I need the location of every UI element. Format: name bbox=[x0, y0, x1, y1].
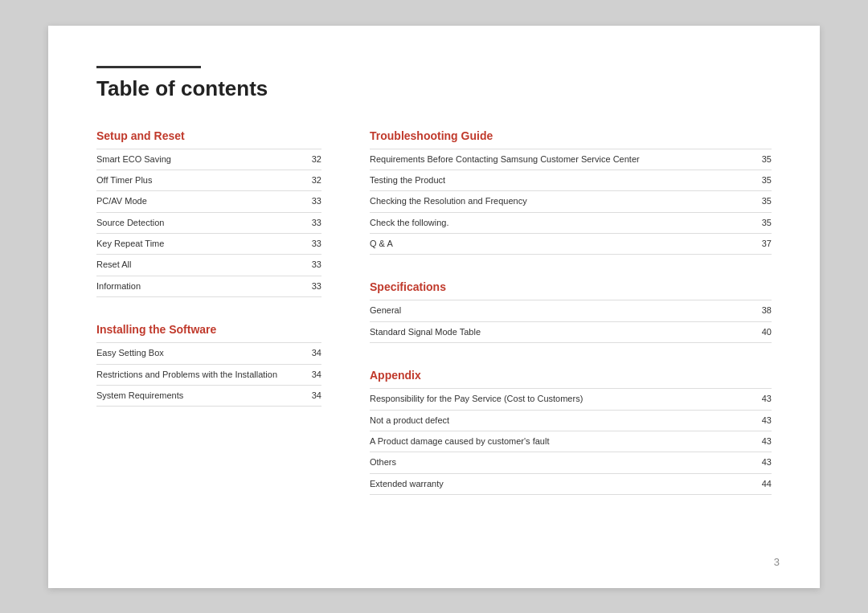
table-row: Off Timer Plus32 bbox=[96, 170, 321, 190]
row-page: 44 bbox=[747, 473, 772, 494]
section-specifications: SpecificationsGeneral38Standard Signal M… bbox=[370, 280, 772, 343]
toc-table-setup-reset: Smart ECO Saving32Off Timer Plus32PC/AV … bbox=[96, 149, 321, 298]
row-page: 33 bbox=[297, 276, 321, 296]
row-label: Standard Signal Mode Table bbox=[370, 321, 747, 342]
row-page: 43 bbox=[747, 431, 772, 452]
row-page: 32 bbox=[297, 149, 321, 170]
table-row: Key Repeat Time33 bbox=[96, 234, 321, 255]
row-page: 43 bbox=[747, 452, 772, 473]
row-label: Not a product defect bbox=[370, 410, 747, 431]
table-row: Reset All33 bbox=[96, 255, 321, 276]
row-label: Key Repeat Time bbox=[96, 234, 297, 255]
row-label: Easy Setting Box bbox=[96, 343, 297, 364]
row-page: 35 bbox=[747, 170, 772, 190]
row-page: 43 bbox=[747, 389, 772, 410]
table-row: Requirements Before Contacting Samsung C… bbox=[370, 149, 772, 170]
toc-table-specifications: General38Standard Signal Mode Table40 bbox=[370, 300, 772, 343]
section-heading-setup-reset: Setup and Reset bbox=[96, 129, 321, 142]
row-label: Information bbox=[96, 276, 297, 296]
table-row: Extended warranty44 bbox=[370, 473, 772, 494]
row-label: System Requirements bbox=[96, 386, 297, 407]
table-row: System Requirements34 bbox=[96, 386, 321, 407]
table-row: Responsibility for the Pay Service (Cost… bbox=[370, 389, 772, 410]
section-heading-specifications: Specifications bbox=[370, 280, 772, 293]
row-page: 43 bbox=[747, 410, 772, 431]
row-page: 33 bbox=[297, 191, 321, 212]
table-row: Others43 bbox=[370, 452, 772, 473]
row-page: 38 bbox=[747, 300, 772, 321]
row-page: 35 bbox=[747, 149, 772, 170]
table-row: Testing the Product35 bbox=[370, 170, 772, 190]
table-row: Checking the Resolution and Frequency35 bbox=[370, 191, 772, 212]
row-label: General bbox=[370, 300, 747, 321]
row-label: PC/AV Mode bbox=[96, 191, 297, 212]
section-heading-troubleshooting: Troubleshooting Guide bbox=[370, 129, 772, 142]
row-label: Checking the Resolution and Frequency bbox=[370, 191, 747, 212]
row-label: Extended warranty bbox=[370, 473, 747, 494]
row-label: Smart ECO Saving bbox=[96, 149, 297, 170]
section-setup-reset: Setup and ResetSmart ECO Saving32Off Tim… bbox=[96, 129, 321, 298]
section-heading-appendix: Appendix bbox=[370, 369, 772, 382]
row-page: 32 bbox=[297, 170, 321, 190]
table-row: Easy Setting Box34 bbox=[96, 343, 321, 364]
table-row: Smart ECO Saving32 bbox=[96, 149, 321, 170]
row-page: 33 bbox=[297, 255, 321, 276]
toc-table-appendix: Responsibility for the Pay Service (Cost… bbox=[370, 388, 772, 495]
row-page: 40 bbox=[747, 321, 772, 342]
toc-table-installing-software: Easy Setting Box34Restrictions and Probl… bbox=[96, 342, 321, 407]
row-label: Q & A bbox=[370, 234, 747, 255]
row-label: Testing the Product bbox=[370, 170, 747, 190]
row-page: 33 bbox=[297, 234, 321, 255]
row-label: Others bbox=[370, 452, 747, 473]
title-bar-decoration bbox=[96, 66, 201, 68]
section-troubleshooting: Troubleshooting GuideRequirements Before… bbox=[370, 129, 772, 255]
section-heading-installing-software: Installing the Software bbox=[96, 323, 321, 336]
page-title: Table of contents bbox=[96, 76, 772, 101]
table-row: Information33 bbox=[96, 276, 321, 296]
two-column-layout: Setup and ResetSmart ECO Saving32Off Tim… bbox=[96, 129, 772, 521]
table-row: A Product damage caused by customer's fa… bbox=[370, 431, 772, 452]
row-label: A Product damage caused by customer's fa… bbox=[370, 431, 747, 452]
table-row: Check the following.35 bbox=[370, 212, 772, 233]
row-page: 34 bbox=[297, 343, 321, 364]
table-row: Standard Signal Mode Table40 bbox=[370, 321, 772, 342]
row-label: Reset All bbox=[96, 255, 297, 276]
row-page: 34 bbox=[297, 386, 321, 407]
table-row: Restrictions and Problems with the Insta… bbox=[96, 364, 321, 385]
row-page: 33 bbox=[297, 212, 321, 233]
row-label: Off Timer Plus bbox=[96, 170, 297, 190]
table-row: Not a product defect43 bbox=[370, 410, 772, 431]
row-label: Source Detection bbox=[96, 212, 297, 233]
table-row: Q & A37 bbox=[370, 234, 772, 255]
section-installing-software: Installing the SoftwareEasy Setting Box3… bbox=[96, 323, 321, 407]
toc-table-troubleshooting: Requirements Before Contacting Samsung C… bbox=[370, 149, 772, 255]
page-number: 3 bbox=[774, 556, 780, 568]
row-label: Check the following. bbox=[370, 212, 747, 233]
row-page: 37 bbox=[747, 234, 772, 255]
table-row: PC/AV Mode33 bbox=[96, 191, 321, 212]
row-label: Responsibility for the Pay Service (Cost… bbox=[370, 389, 747, 410]
row-page: 35 bbox=[747, 191, 772, 212]
row-page: 35 bbox=[747, 212, 772, 233]
table-row: General38 bbox=[370, 300, 772, 321]
left-column: Setup and ResetSmart ECO Saving32Off Tim… bbox=[96, 129, 321, 521]
right-column: Troubleshooting GuideRequirements Before… bbox=[370, 129, 772, 521]
table-row: Source Detection33 bbox=[96, 212, 321, 233]
row-page: 34 bbox=[297, 364, 321, 385]
section-appendix: AppendixResponsibility for the Pay Servi… bbox=[370, 369, 772, 495]
document-page: Table of contents Setup and ResetSmart E… bbox=[48, 26, 820, 588]
row-label: Requirements Before Contacting Samsung C… bbox=[370, 149, 747, 170]
row-label: Restrictions and Problems with the Insta… bbox=[96, 364, 297, 385]
